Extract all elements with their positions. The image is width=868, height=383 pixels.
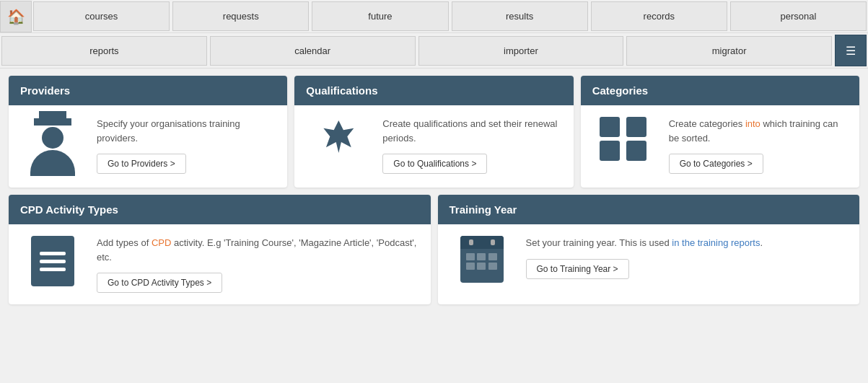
training-year-description: Set your training year. This is used in … [526,236,849,250]
ty-desc-pre: Set your training year. This is used [526,237,672,248]
bottom-row: CPD Activity Types Add types of CPD acti… [9,195,859,304]
main-content: Providers Specify your organisations tra… [0,69,868,312]
nav-migrator[interactable]: migrator [626,36,832,66]
calendar-body [460,249,504,274]
categories-description: Create categories into which training ca… [669,117,848,145]
qualifications-description: Create qualifications and set their rene… [382,117,561,145]
second-navigation: reports calendar importer migrator ☰ [0,33,868,69]
cpd-body: Add types of CPD activity. E.g 'Training… [9,224,431,304]
top-navigation: 🏠 courses requests future results record… [0,0,868,33]
categories-button[interactable]: Go to Categories > [669,154,763,174]
providers-icon-area [20,117,85,176]
cat-sq-4 [626,141,646,161]
cat-sq-2 [626,117,646,137]
filter-button[interactable]: ☰ [835,35,867,66]
categories-header: Categories [581,76,859,105]
provider-figure [30,117,75,176]
nav-reports[interactable]: reports [1,36,207,66]
cpd-desc-link: CPD [152,237,171,248]
qualifications-icon-area [306,117,371,167]
categories-card: Categories Create categories into which … [581,76,859,188]
providers-title: Providers [20,84,70,97]
providers-card: Providers Specify your organisations tra… [9,76,287,188]
cpd-card: CPD Activity Types Add types of CPD acti… [9,195,431,304]
cal-cell-4 [466,263,475,270]
providers-header: Providers [9,76,287,105]
providers-button[interactable]: Go to Providers > [97,154,186,174]
cpd-title: CPD Activity Types [20,203,118,216]
cal-dot-2 [491,239,495,245]
cap-brim [34,118,71,126]
home-button[interactable]: 🏠 [0,1,32,32]
categories-title: Categories [592,84,649,97]
cat-sq-1 [600,117,620,137]
nav-personal[interactable]: personal [730,1,867,31]
training-year-icon-area [450,236,514,283]
qualifications-body: Create qualifications and set their rene… [294,105,573,185]
training-year-button[interactable]: Go to Training Year > [526,259,629,279]
cal-cell-2 [477,253,486,260]
cpd-line-1 [40,252,66,255]
nav-calendar[interactable]: calendar [210,36,416,66]
cat-desc-link: into [745,118,760,129]
categories-text: Create categories into which training ca… [669,117,848,174]
nav-future[interactable]: future [312,1,448,31]
nav-results[interactable]: results [452,1,588,31]
training-year-body: Set your training year. This is used in … [438,224,860,294]
categories-icon-area [592,117,657,161]
qualifications-header: Qualifications [294,76,573,105]
cpd-desc-pre: Add types of [97,237,152,248]
cpd-button[interactable]: Go to CPD Activity Types > [97,273,222,293]
qualifications-button[interactable]: Go to Qualifications > [382,154,487,174]
nav-courses[interactable]: courses [33,1,170,31]
providers-description: Specify your organisations training prov… [97,117,276,145]
qualifications-text: Create qualifications and set their rene… [382,117,561,174]
filter-icon: ☰ [846,44,856,58]
training-year-title: Training Year [450,203,517,216]
training-year-card: Training Year [438,195,860,304]
qualifications-title: Qualifications [306,84,377,97]
calendar-icon [460,236,504,283]
cpd-line-3 [40,268,66,271]
cat-desc-pre: Create categories [669,118,745,129]
cpd-book-icon [31,236,74,286]
cpd-header: CPD Activity Types [9,195,431,224]
cal-dot-1 [469,239,473,245]
qualifications-card: Qualifications Create qualifications and… [294,76,573,188]
cal-cell-1 [466,253,475,260]
nav-requests[interactable]: requests [172,1,309,31]
categories-body: Create categories into which training ca… [581,105,859,185]
cpd-line-2 [40,260,66,263]
star-badge [317,120,360,164]
person-body [30,150,75,176]
cpd-text: Add types of CPD activity. E.g 'Training… [97,236,419,293]
ty-desc-post: . [760,237,763,248]
cal-cell-6 [488,263,497,270]
calendar-header [460,236,504,249]
cpd-icon-area [20,236,85,286]
training-year-header: Training Year [438,195,860,224]
person-head [42,127,63,149]
nav-importer[interactable]: importer [418,36,624,66]
cal-cell-5 [477,263,486,270]
cpd-description: Add types of CPD activity. E.g 'Training… [97,236,419,264]
qualification-icon [313,117,364,167]
categories-grid-icon [600,117,650,161]
cat-sq-3 [600,141,620,161]
cal-cell-3 [488,253,497,260]
providers-text: Specify your organisations training prov… [97,117,276,174]
nav-records[interactable]: records [591,1,727,31]
providers-body: Specify your organisations training prov… [9,105,287,188]
ty-desc-link: in the training reports [672,237,760,248]
training-year-text: Set your training year. This is used in … [526,236,849,279]
home-icon: 🏠 [7,8,25,25]
